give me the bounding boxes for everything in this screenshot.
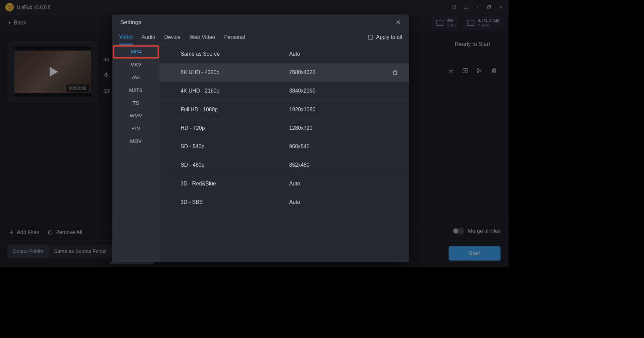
settings-modal: Settings VideoAudioDeviceWeb VideoPerson… [112,14,409,262]
output-folder-label: Output Folder [7,245,49,258]
back-label: Back [14,19,26,26]
svg-rect-4 [488,6,490,9]
resolution-row[interactable]: Same as SourceAuto [159,45,409,63]
resolution-name: 3D - SBS [181,199,289,205]
maximize-icon[interactable] [487,5,491,9]
titlebar: UniFab v3.0.0.6 [0,0,508,14]
svg-point-0 [7,4,12,10]
tab-web-video[interactable]: Web Video [190,31,215,44]
resolution-row[interactable]: SD - 540p960x540 [159,137,409,156]
app-logo-icon [5,3,14,11]
format-mov[interactable]: MOV [112,135,160,148]
resolution-name: HD - 720p [181,125,289,131]
settings-close-button[interactable] [396,19,401,25]
resolution-name: 3D - Red&Blue [181,181,289,187]
resolution-row[interactable]: 4K UHD - 2160p3840x2160 [159,82,409,100]
resolution-row[interactable]: SD - 480p852x480 [159,156,409,174]
play-preview-icon[interactable] [462,67,469,74]
settings-gear-icon[interactable] [447,67,455,74]
tab-audio[interactable]: Audio [142,31,155,44]
merge-label: Merge all files [468,228,500,234]
settings-title: Settings [120,19,141,26]
svg-rect-5 [106,72,107,75]
resolution-name: Same as Source [181,51,289,57]
ram-label: MRAM [477,23,499,27]
remove-all-button[interactable]: Remove All [47,229,82,235]
trash-icon[interactable] [490,67,498,74]
svg-point-1 [8,6,9,7]
ram-icon [467,20,474,25]
video-thumbnail-card[interactable]: 00:00:02 [7,41,98,102]
tab-video[interactable]: Video [119,30,132,45]
format-ts[interactable]: TS [112,97,160,109]
gpu-status: 0% GPU [432,16,459,30]
apply-to-all-label: Apply to all [376,34,402,40]
tshirt-icon[interactable] [452,5,457,9]
resolution-row[interactable]: 8K UHD - 4320p7680x4320 [159,63,409,82]
svg-point-2 [10,6,10,7]
svg-point-10 [477,71,479,73]
resolution-name: 8K UHD - 4320p [181,69,289,75]
apply-to-all-checkbox[interactable] [368,35,373,40]
filename-prefix: po [103,56,109,62]
gpu-icon [436,20,443,25]
microphone-icon[interactable] [103,72,109,78]
start-button[interactable]: Start [449,246,501,261]
format-flv[interactable]: FLV [112,122,160,135]
svg-point-9 [477,69,479,70]
scissors-icon[interactable] [476,67,483,74]
resolution-dimensions: 852x480 [289,162,398,168]
merge-toggle[interactable] [452,228,464,234]
ram-status: 0.7/1.0 GB MRAM [463,16,503,30]
close-icon[interactable] [498,5,503,9]
resolution-name: 4K UHD - 2160p [181,88,289,94]
star-icon[interactable] [392,69,398,75]
resolution-name: SD - 480p [181,162,289,168]
resolution-row[interactable]: HD - 720p1280x720 [159,119,409,137]
ready-status: Ready to Start [443,41,502,47]
add-files-button[interactable]: Add Files [8,229,39,235]
svg-point-7 [450,70,452,71]
format-m2ts[interactable]: M2TS [112,84,160,97]
subtitle-icon[interactable] [103,88,109,94]
menu-icon[interactable] [464,5,468,9]
app-title: UniFab v3.0.0.6 [17,4,51,10]
gpu-value: 0% [447,18,455,23]
minimize-icon[interactable] [475,5,480,9]
format-avi[interactable]: AVI [112,71,160,84]
resolution-row[interactable]: 3D - SBSAuto [159,193,409,212]
thumbnail-timecode: 00:00:02 [66,84,89,92]
svg-rect-6 [104,89,108,93]
back-button[interactable]: Back [7,19,26,26]
tab-personal[interactable]: Personal [224,31,245,44]
output-folder-value[interactable]: Same as Source Folder [49,245,112,258]
resolution-dimensions: 960x540 [289,144,398,150]
resolution-dimensions: 7680x4320 [289,69,392,75]
resolution-name: Full HD - 1080p [181,106,289,112]
add-files-label: Add Files [17,229,39,235]
resolution-dimensions: Auto [289,51,398,57]
resolution-row[interactable]: 3D - Red&BlueAuto [159,174,409,193]
format-mp4[interactable]: MP4 [131,46,141,58]
resolution-dimensions: 1280x720 [289,125,398,131]
format-wmv[interactable]: WMV [112,109,160,122]
tab-device[interactable]: Device [164,31,180,44]
resolution-dimensions: Auto [289,199,398,205]
ram-value: 0.7/1.0 GB [477,18,499,23]
resolution-dimensions: 1920x1080 [289,106,398,112]
gpu-label: GPU [447,23,455,27]
play-icon[interactable] [46,65,60,79]
resolution-row[interactable]: Full HD - 1080p1920x1080 [159,100,409,119]
remove-all-label: Remove All [55,229,82,235]
resolution-dimensions: 3840x2160 [289,88,398,94]
resolution-dimensions: Auto [289,181,398,187]
resolution-name: SD - 540p [181,144,289,150]
horizontal-scrollbar[interactable] [110,262,154,264]
format-mkv[interactable]: MKV [112,59,160,71]
